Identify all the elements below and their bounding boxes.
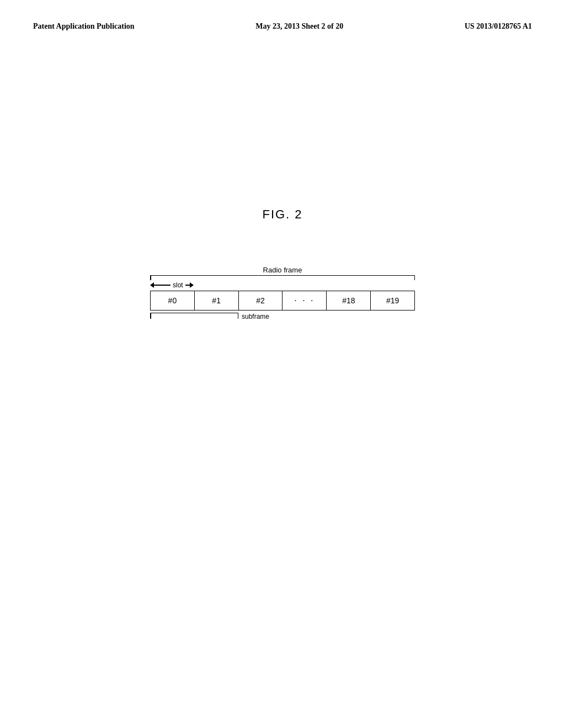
figure-title: FIG. 2	[33, 207, 532, 222]
slot-arrow-container: slot	[150, 281, 208, 289]
header-patent-number: US 2013/0128765 A1	[465, 22, 532, 31]
page: Patent Application Publication May 23, 2…	[0, 0, 565, 728]
slot-1: #1	[194, 291, 238, 311]
slot-19: #19	[371, 291, 415, 311]
header-date-sheet: May 23, 2013 Sheet 2 of 20	[255, 22, 343, 31]
slot-0: #0	[151, 291, 195, 311]
subframe-left-tick	[150, 313, 151, 319]
subframe-top-line	[150, 313, 238, 318]
slot-18: #18	[327, 291, 371, 311]
radio-frame-section: Radio frame slot	[150, 266, 415, 320]
bracket-left-tick	[150, 276, 151, 280]
radio-frame-bracket	[150, 275, 415, 280]
header-publication-label: Patent Application Publication	[33, 22, 135, 31]
bracket-right-tick	[414, 276, 415, 280]
slot-arrow-right	[190, 282, 194, 288]
slot-label: slot	[173, 281, 183, 289]
slot-arrow-left	[150, 282, 154, 288]
page-header: Patent Application Publication May 23, 2…	[33, 22, 532, 31]
slot-indicator-row: slot	[150, 280, 415, 291]
subframe-right-tick	[238, 313, 239, 319]
subframe-bracket	[150, 313, 238, 319]
slots-table: #0 #1 #2 · · · #18 #19	[150, 291, 415, 311]
subframe-section: subframe	[150, 312, 415, 320]
radio-frame-top-line	[150, 275, 415, 280]
slot-2: #2	[238, 291, 282, 311]
slot-dots: · · ·	[282, 291, 327, 311]
diagram-container: Radio frame slot	[33, 266, 532, 320]
subframe-label: subframe	[242, 313, 269, 320]
slots-row: #0 #1 #2 · · · #18 #19	[151, 291, 415, 311]
radio-frame-label: Radio frame	[150, 266, 415, 274]
slot-line	[154, 285, 170, 286]
slot-line-right	[185, 285, 190, 286]
